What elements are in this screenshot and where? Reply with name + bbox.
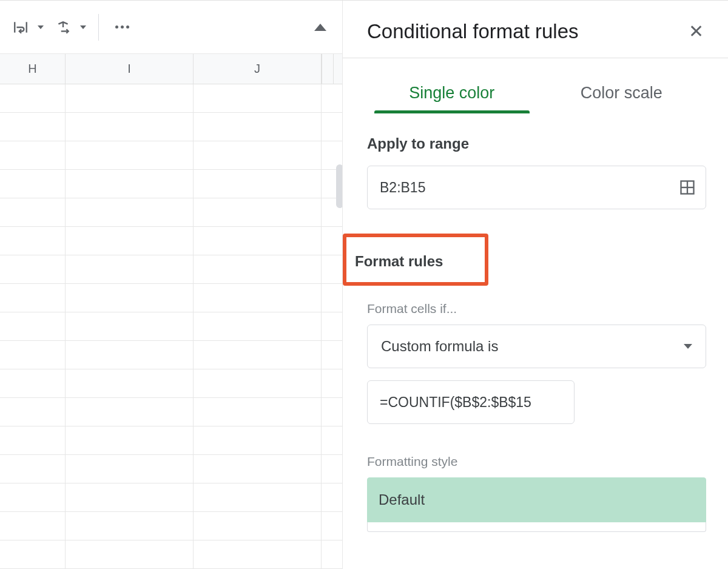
cell[interactable] xyxy=(66,227,194,255)
cell[interactable] xyxy=(66,255,194,283)
cell[interactable] xyxy=(194,141,322,169)
column-header[interactable]: I xyxy=(66,54,194,84)
cell[interactable] xyxy=(0,455,66,483)
row-gutter xyxy=(322,84,334,112)
cell[interactable] xyxy=(66,84,194,112)
row-gutter xyxy=(322,398,334,426)
cell[interactable] xyxy=(194,483,322,511)
formatting-style-preview[interactable]: Default xyxy=(367,477,706,532)
custom-formula-field[interactable]: =COUNTIF($B$2:$B$15 xyxy=(367,380,575,424)
cell[interactable] xyxy=(194,341,322,369)
cell[interactable] xyxy=(194,426,322,454)
cell[interactable] xyxy=(0,369,66,397)
grid-row xyxy=(0,284,342,312)
cell[interactable] xyxy=(66,284,194,312)
column-header-label: H xyxy=(28,62,36,76)
cell[interactable] xyxy=(66,369,194,397)
panel-tabs: Single color Color scale xyxy=(367,78,706,112)
cells-grid[interactable] xyxy=(0,84,342,569)
cell[interactable] xyxy=(194,113,322,141)
apply-range-input[interactable] xyxy=(380,180,679,196)
cell[interactable] xyxy=(0,84,66,112)
cell[interactable] xyxy=(194,170,322,198)
grid-row xyxy=(0,170,342,198)
chevron-up-icon xyxy=(314,24,326,31)
toolbar-group-wrap xyxy=(10,16,44,38)
cell[interactable] xyxy=(0,398,66,426)
grid-row xyxy=(0,141,342,170)
cell[interactable] xyxy=(0,198,66,226)
close-panel-button[interactable]: ✕ xyxy=(686,19,706,44)
grid-row xyxy=(0,227,342,255)
vertical-scrollbar-thumb[interactable] xyxy=(336,164,342,208)
row-gutter xyxy=(322,255,334,283)
cell[interactable] xyxy=(194,227,322,255)
cell[interactable] xyxy=(194,398,322,426)
select-range-button[interactable] xyxy=(679,179,696,196)
cell[interactable] xyxy=(194,512,322,540)
apply-range-field[interactable] xyxy=(367,166,706,209)
cell[interactable] xyxy=(194,312,322,340)
cell[interactable] xyxy=(66,141,194,169)
cell[interactable] xyxy=(0,341,66,369)
column-headers: H I J xyxy=(0,54,342,84)
grid-row xyxy=(0,512,342,540)
ellipsis-icon xyxy=(115,25,129,29)
cell[interactable] xyxy=(194,84,322,112)
cell[interactable] xyxy=(0,284,66,312)
cell[interactable] xyxy=(66,170,194,198)
cell[interactable] xyxy=(0,540,66,568)
row-gutter xyxy=(322,483,334,511)
cell[interactable] xyxy=(66,483,194,511)
row-gutter xyxy=(322,455,334,483)
grid-row xyxy=(0,369,342,398)
spreadsheet-area: H I J xyxy=(0,1,343,569)
grid-row xyxy=(0,455,342,483)
cell[interactable] xyxy=(66,398,194,426)
cell[interactable] xyxy=(0,312,66,340)
cell[interactable] xyxy=(194,198,322,226)
row-gutter xyxy=(322,426,334,454)
grid-row xyxy=(0,113,342,141)
grid-icon xyxy=(679,179,696,196)
cell[interactable] xyxy=(0,512,66,540)
cell[interactable] xyxy=(0,170,66,198)
conditional-format-panel: Conditional format rules ✕ Single color … xyxy=(343,1,728,569)
cell[interactable] xyxy=(194,540,322,568)
caret-down-icon[interactable] xyxy=(80,25,86,29)
cell[interactable] xyxy=(66,341,194,369)
toolbar-collapse-button[interactable] xyxy=(306,13,335,42)
custom-formula-text: =COUNTIF($B$2:$B$15 xyxy=(380,394,531,411)
cell[interactable] xyxy=(0,483,66,511)
cell[interactable] xyxy=(66,426,194,454)
toolbar-more-button[interactable] xyxy=(111,16,133,38)
row-gutter xyxy=(322,512,334,540)
tab-single-color[interactable]: Single color xyxy=(367,78,537,112)
style-preview-label: Default xyxy=(379,491,425,508)
cell[interactable] xyxy=(66,198,194,226)
cell[interactable] xyxy=(66,113,194,141)
cell[interactable] xyxy=(66,540,194,568)
cell[interactable] xyxy=(0,227,66,255)
cell[interactable] xyxy=(0,255,66,283)
text-wrap-button[interactable] xyxy=(10,16,32,38)
condition-dropdown[interactable]: Custom formula is xyxy=(367,325,706,368)
cell[interactable] xyxy=(66,312,194,340)
cell[interactable] xyxy=(194,255,322,283)
text-rotation-icon xyxy=(55,19,71,35)
cell[interactable] xyxy=(66,512,194,540)
tab-color-scale[interactable]: Color scale xyxy=(537,78,707,112)
cell[interactable] xyxy=(0,113,66,141)
cell[interactable] xyxy=(0,141,66,169)
text-rotation-button[interactable] xyxy=(52,16,74,38)
column-header[interactable]: H xyxy=(0,54,66,84)
cell[interactable] xyxy=(194,369,322,397)
caret-down-icon[interactable] xyxy=(38,25,44,29)
app-root: H I J Conditional format rules ✕ Single … xyxy=(0,0,728,569)
cell[interactable] xyxy=(194,455,322,483)
row-gutter xyxy=(322,198,334,226)
cell[interactable] xyxy=(66,455,194,483)
column-header[interactable]: J xyxy=(194,54,322,84)
cell[interactable] xyxy=(0,426,66,454)
cell[interactable] xyxy=(194,284,322,312)
